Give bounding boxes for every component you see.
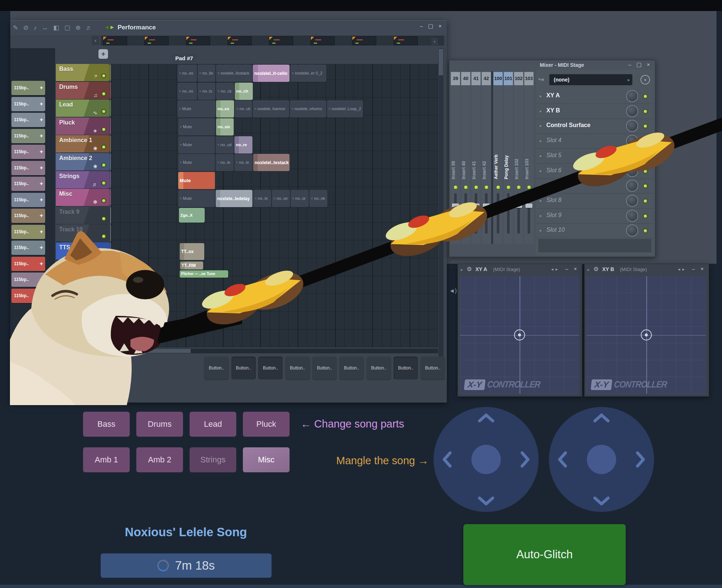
mixer-slot-2[interactable]: ▸XY B — [536, 104, 654, 119]
xy-a-pad[interactable]: X-YCONTROLLER — [460, 276, 579, 394]
mixer-strip-101[interactable]: 101Pong Delay — [504, 71, 513, 244]
mixer-slot-6[interactable]: ▸Slot 6 — [536, 164, 654, 179]
close-icon[interactable]: × — [647, 61, 651, 68]
add-track-icon[interactable]: + — [98, 49, 108, 59]
track-header-bass[interactable]: Bass𝄢 — [56, 64, 110, 81]
track-mute-led[interactable] — [101, 181, 106, 185]
slot-led[interactable] — [643, 94, 648, 99]
sample-item[interactable]: 115bp..✚ — [11, 97, 45, 111]
slot-knob[interactable] — [626, 150, 638, 162]
slot-led[interactable] — [643, 154, 648, 159]
scrollbar-thumb[interactable] — [439, 49, 443, 75]
slot-knob[interactable] — [626, 165, 638, 177]
track-mute-led[interactable] — [101, 234, 106, 239]
track-mute-led[interactable] — [101, 91, 106, 96]
mixer-slot-5[interactable]: ▸Slot 5 — [536, 149, 654, 164]
fl-button[interactable]: Button.. — [312, 357, 337, 379]
track-header-pluck[interactable]: Pluck∗ — [56, 118, 110, 135]
slide-icon[interactable]: ◧ — [53, 24, 59, 32]
track-mute-led[interactable] — [101, 270, 106, 275]
track-mute-led[interactable] — [101, 216, 106, 221]
strip-led[interactable] — [453, 185, 458, 190]
pattern-nav-right-icon[interactable]: › — [431, 38, 438, 45]
sample-item[interactable]: 115bp..✚ — [11, 161, 45, 175]
fl-button[interactable]: Button.. — [204, 357, 229, 379]
close-icon[interactable]: × — [574, 266, 577, 272]
maximize-icon[interactable]: ▢ — [428, 23, 434, 29]
pattern-thumbnail[interactable] — [352, 36, 376, 45]
fader-handle[interactable] — [462, 203, 469, 208]
chevron-down-icon[interactable] — [593, 497, 610, 506]
arrow-right-icon[interactable]: ▸ — [588, 267, 590, 272]
pattern-nav-left-icon[interactable]: ‹ — [92, 36, 99, 45]
pattern-thumbnail[interactable] — [310, 36, 335, 45]
track-mute-led[interactable] — [101, 127, 106, 132]
dpad-right[interactable] — [549, 407, 654, 512]
sample-item[interactable]: 115bp..✚ — [11, 81, 45, 95]
fl-button[interactable]: Button.. — [367, 357, 391, 379]
pattern-thumbnail[interactable] — [186, 36, 210, 45]
chevron-up-icon[interactable] — [593, 413, 610, 422]
fader-handle[interactable] — [505, 203, 512, 208]
part-button-strings[interactable]: Strings — [190, 447, 236, 472]
part-button-amb-1[interactable]: Amb 1 — [83, 447, 130, 472]
minimize-icon[interactable]: – — [692, 266, 695, 272]
sample-item[interactable]: 115bp..✚ — [11, 225, 45, 239]
track-mute-led[interactable] — [101, 198, 106, 203]
fader-handle[interactable] — [525, 203, 532, 208]
sample-item[interactable]: 115bp..✚ — [11, 241, 45, 255]
slot-led[interactable] — [643, 199, 648, 203]
mixer-slot-4[interactable]: ▸Slot 4 — [536, 134, 654, 149]
strip-fader[interactable] — [517, 193, 520, 234]
sample-item[interactable]: 115bp..✚ — [11, 113, 45, 127]
slot-led[interactable] — [643, 169, 648, 174]
mixer-slot-10[interactable]: ▸Slot 10 — [536, 223, 654, 238]
track-mute-led[interactable] — [101, 73, 106, 78]
track-header-harm[interactable]: Harm — [56, 260, 110, 278]
strip-fader[interactable] — [507, 193, 510, 234]
pattern-thumbnail[interactable] — [394, 36, 418, 45]
clock-icon[interactable]: ● — [640, 75, 650, 84]
playlist-grid[interactable] — [111, 64, 438, 347]
slot-knob[interactable] — [626, 210, 638, 222]
minimize-icon[interactable]: – — [565, 266, 568, 272]
chevron-right-icon[interactable] — [521, 451, 530, 468]
pattern-thumbnail[interactable] — [269, 36, 293, 45]
chevron-up-icon[interactable] — [478, 413, 494, 422]
panel-nav-icons[interactable]: ◂▸ — [551, 267, 560, 272]
fl-button[interactable]: Button.. — [258, 357, 283, 379]
fl-button[interactable]: Button.. — [421, 357, 445, 379]
strip-led[interactable] — [527, 185, 531, 190]
gear-icon[interactable]: ⚙ — [593, 266, 599, 273]
strip-led[interactable] — [517, 185, 521, 190]
fl-button[interactable]: Button.. — [394, 357, 418, 379]
strip-led[interactable] — [484, 185, 489, 190]
slot-knob[interactable] — [626, 224, 638, 237]
dpad-left[interactable] — [434, 407, 539, 512]
collapse-icon[interactable]: ▲ — [87, 253, 91, 257]
sample-item[interactable]: 115bp..✚ — [11, 193, 45, 207]
sample-item[interactable]: 115bp..✚ — [11, 273, 45, 287]
timer-button[interactable]: 7m 18s — [101, 553, 272, 578]
mixer-strip-41[interactable]: 41Insert 41 — [471, 71, 481, 244]
minimize-icon[interactable]: – — [628, 61, 632, 68]
maximize-icon[interactable]: ▢ — [636, 61, 642, 68]
part-button-lead[interactable]: Lead — [190, 412, 236, 437]
mixer-strip-102[interactable]: 102Insert 102 — [514, 71, 523, 244]
sample-item[interactable]: 115bp..✚ — [11, 209, 45, 223]
arrow-right-icon[interactable]: ▸ — [461, 267, 463, 272]
fader-handle[interactable] — [473, 203, 479, 208]
chevron-left-icon[interactable] — [557, 451, 567, 468]
panel-nav-icons[interactable]: ◂▸ — [678, 267, 687, 272]
dpad-center-knob[interactable] — [471, 445, 501, 474]
pattern-thumbnail[interactable] — [227, 36, 252, 45]
strip-fader[interactable] — [454, 193, 457, 234]
slot-knob[interactable] — [626, 105, 638, 117]
slot-led[interactable] — [643, 184, 648, 188]
sample-item[interactable]: 115bp..✚ — [11, 145, 45, 159]
draw-icon[interactable]: ✎ — [13, 24, 18, 32]
slot-knob[interactable] — [626, 90, 638, 102]
mixer-strip-42[interactable]: 42Insert 42 — [482, 71, 491, 244]
track-header-strings[interactable]: Strings♬ — [56, 171, 110, 188]
part-button-amb-2[interactable]: Amb 2 — [136, 447, 183, 472]
